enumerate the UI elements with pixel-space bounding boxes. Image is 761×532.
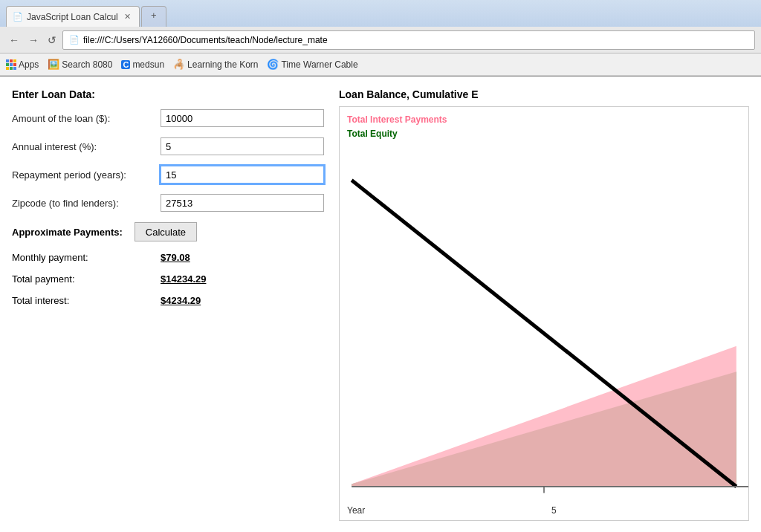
legend-equity: Total Equity (347, 127, 741, 141)
active-tab[interactable]: 📄 JavaScript Loan Calcul ✕ (6, 6, 140, 27)
repayment-period-input[interactable] (161, 166, 324, 184)
address-bar[interactable]: 📄 file:///C:/Users/YA12660/Documents/tea… (62, 30, 755, 50)
monthly-payment-label: Monthly payment: (12, 252, 161, 263)
bookmark-timewarner-icon: 🌀 (267, 59, 279, 70)
bookmark-medsun-label: medsun (132, 59, 164, 70)
bookmark-search8080-icon: 🖼️ (48, 59, 59, 70)
bookmark-learningkorn-label: Learning the Korn (187, 59, 258, 70)
zipcode-input[interactable] (161, 194, 324, 212)
bookmark-medsun[interactable]: C medsun (121, 59, 164, 70)
loan-amount-row: Amount of the loan ($): (12, 109, 324, 127)
annual-interest-input[interactable] (161, 137, 324, 155)
chart-x-midval: 5 (551, 505, 557, 516)
page-icon: 📄 (69, 35, 80, 45)
bookmark-apps-label: Apps (19, 59, 39, 70)
loan-form: Enter Loan Data: Amount of the loan ($):… (12, 88, 324, 521)
bookmark-apps[interactable]: Apps (6, 59, 39, 70)
chart-container: Total Interest Payments Total Equity Loa… (339, 106, 749, 521)
bookmark-timewarner[interactable]: 🌀 Time Warner Cable (267, 59, 357, 70)
total-interest-value: $4234.29 (161, 295, 201, 306)
zipcode-row: Zipcode (to find lenders): (12, 194, 324, 212)
nav-bar: ← → ↺ 📄 file:///C:/Users/YA12660/Documen… (0, 27, 761, 53)
reload-button[interactable]: ↺ (45, 33, 59, 48)
total-payment-row: Total payment: $14234.29 (12, 273, 324, 285)
bookmarks-bar: Apps 🖼️ Search 8080 C medsun 🦂 Learning … (0, 53, 761, 76)
browser-chrome: 📄 JavaScript Loan Calcul ✕ + ← → ↺ 📄 fil… (0, 0, 761, 77)
approximate-payments-row: Approximate Payments: Calculate (12, 222, 324, 241)
loan-amount-label: Amount of the loan ($): (12, 113, 161, 124)
bookmark-korn-icon: 🦂 (173, 59, 185, 70)
chart-title: Loan Balance, Cumulative E (339, 88, 749, 100)
bookmark-search8080[interactable]: 🖼️ Search 8080 (48, 59, 112, 70)
bookmark-medsun-icon: C (121, 60, 130, 69)
apps-grid-icon (6, 59, 16, 70)
chart-x-label: Year (347, 505, 365, 516)
chart-area: Loan Balance, Cumulative E Total Interes… (339, 88, 749, 521)
zipcode-label: Zipcode (to find lenders): (12, 198, 161, 209)
annual-interest-row: Annual interest (%): (12, 137, 324, 155)
annual-interest-label: Annual interest (%): (12, 141, 161, 152)
calculate-button[interactable]: Calculate (135, 222, 197, 241)
tab-bar: 📄 JavaScript Loan Calcul ✕ + (0, 0, 761, 27)
tab-icon: 📄 (13, 12, 23, 22)
bookmark-learningkorn[interactable]: 🦂 Learning the Korn (173, 59, 258, 70)
repayment-period-label: Repayment period (years): (12, 169, 161, 181)
address-text: file:///C:/Users/YA12660/Documents/teach… (83, 35, 328, 45)
loan-amount-input[interactable] (161, 109, 324, 127)
tab-close-button[interactable]: ✕ (124, 12, 131, 22)
total-interest-label: Total interest: (12, 295, 161, 306)
payments-label: Approximate Payments: (12, 227, 123, 238)
back-button[interactable]: ← (6, 33, 22, 48)
bookmark-search8080-label: Search 8080 (62, 59, 112, 70)
tab-title: JavaScript Loan Calcul (27, 12, 118, 22)
monthly-payment-row: Monthly payment: $79.08 (12, 252, 324, 263)
total-payment-label: Total payment: (12, 273, 161, 285)
new-tab-button[interactable]: + (141, 6, 166, 27)
chart-svg (340, 142, 748, 499)
repayment-period-row: Repayment period (years): (12, 166, 324, 184)
forward-button[interactable]: → (25, 33, 42, 48)
total-interest-row: Total interest: $4234.29 (12, 295, 324, 306)
total-payment-value: $14234.29 (161, 273, 206, 285)
monthly-payment-value: $79.08 (161, 252, 190, 263)
bookmark-timewarner-label: Time Warner Cable (281, 59, 357, 70)
page-content: Enter Loan Data: Amount of the loan ($):… (0, 77, 761, 532)
form-title: Enter Loan Data: (12, 88, 324, 100)
legend-interest: Total Interest Payments (347, 113, 741, 127)
